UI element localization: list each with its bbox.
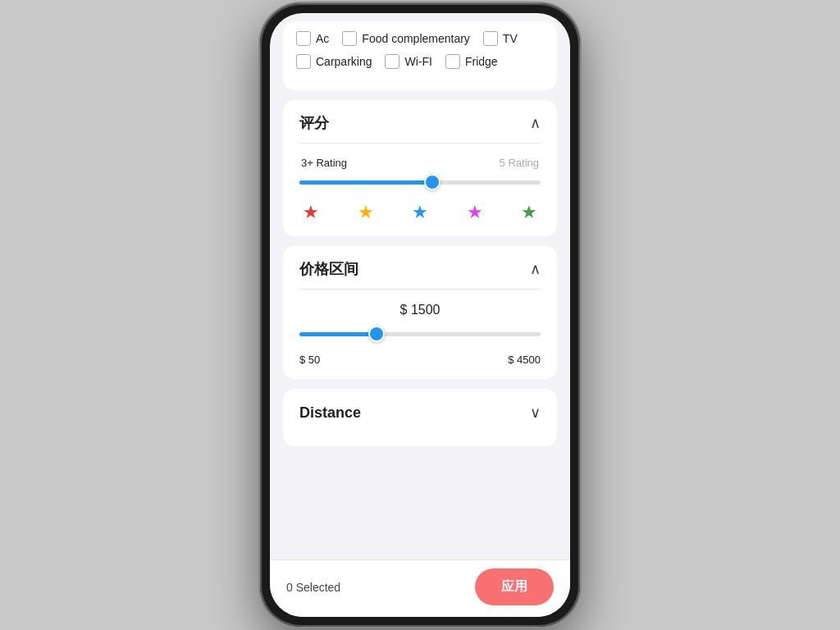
amenity-food-label: Food complementary [362, 32, 470, 45]
price-slider-track [299, 332, 541, 336]
checkbox-food[interactable] [342, 31, 357, 46]
price-divider [299, 289, 541, 290]
stars-row: ★ ★ ★ ★ ★ [299, 202, 541, 223]
amenity-tv[interactable]: TV [483, 31, 518, 46]
checkbox-ac[interactable] [296, 31, 311, 46]
rating-slider-container[interactable] [299, 174, 541, 190]
amenities-row-2: Carparking Wi-FI Fridge [296, 54, 544, 69]
price-chevron-icon[interactable]: ∧ [530, 260, 541, 278]
rating-slider-thumb[interactable] [424, 174, 441, 190]
apply-button[interactable]: 应用 [475, 568, 554, 605]
rating-section-header: 评分 ∧ [299, 113, 541, 133]
phone-frame: Ac Food complementary TV Carparking [260, 3, 580, 627]
phone-screen: Ac Food complementary TV Carparking [270, 13, 570, 617]
bottom-bar: 0 Selected 应用 [270, 559, 570, 617]
price-slider-container[interactable] [299, 326, 541, 342]
amenity-carparking-label: Carparking [316, 55, 372, 68]
distance-chevron-icon[interactable]: ∨ [530, 404, 541, 422]
rating-slider-fill [299, 180, 432, 185]
star-4: ★ [467, 202, 483, 223]
price-current-value: $ 1500 [299, 303, 541, 317]
amenity-tv-label: TV [503, 32, 518, 45]
star-5: ★ [521, 202, 537, 223]
rating-section-title: 评分 [299, 113, 329, 133]
amenity-ac[interactable]: Ac [296, 31, 329, 46]
star-1: ★ [303, 202, 319, 223]
amenity-wifi[interactable]: Wi-FI [385, 54, 431, 69]
star-3: ★ [412, 202, 428, 223]
rating-labels: 3+ Rating 5 Rating [299, 157, 541, 169]
amenity-carparking[interactable]: Carparking [296, 54, 372, 69]
rating-slider-track [299, 180, 541, 185]
amenity-fridge-label: Fridge [465, 55, 498, 68]
amenity-ac-label: Ac [316, 32, 329, 45]
rating-divider [299, 143, 541, 144]
price-section-title: 价格区间 [299, 259, 358, 279]
star-2: ★ [358, 202, 374, 223]
price-section-header: 价格区间 ∧ [299, 259, 541, 279]
rating-section-card: 评分 ∧ 3+ Rating 5 Rating ★ ★ ★ ★ ★ [283, 100, 557, 236]
checkbox-carparking[interactable] [296, 54, 311, 69]
amenity-food[interactable]: Food complementary [342, 31, 470, 46]
spacer [270, 451, 570, 559]
checkbox-tv[interactable] [483, 31, 498, 46]
price-slider-fill [299, 332, 377, 336]
price-min-label: $ 50 [299, 354, 320, 366]
selected-count-label: 0 Selected [286, 581, 340, 594]
distance-section-title: Distance [299, 404, 361, 422]
rating-max-label: 5 Rating [500, 157, 539, 169]
price-section-card: 价格区间 ∧ $ 1500 $ 50 $ 4500 [283, 246, 557, 379]
checkbox-wifi[interactable] [385, 54, 399, 69]
rating-current-label: 3+ Rating [301, 157, 347, 169]
price-min-max: $ 50 $ 4500 [299, 354, 541, 366]
amenities-row-1: Ac Food complementary TV [296, 31, 544, 46]
amenities-card: Ac Food complementary TV Carparking [283, 21, 557, 90]
rating-chevron-icon[interactable]: ∧ [530, 114, 541, 132]
price-max-label: $ 4500 [508, 354, 541, 366]
price-slider-thumb[interactable] [368, 326, 385, 342]
distance-section-header: Distance ∨ [299, 404, 541, 422]
amenity-fridge[interactable]: Fridge [445, 54, 498, 69]
distance-section-card: Distance ∨ [283, 389, 557, 446]
checkbox-fridge[interactable] [445, 54, 460, 69]
amenity-wifi-label: Wi-FI [404, 55, 431, 68]
